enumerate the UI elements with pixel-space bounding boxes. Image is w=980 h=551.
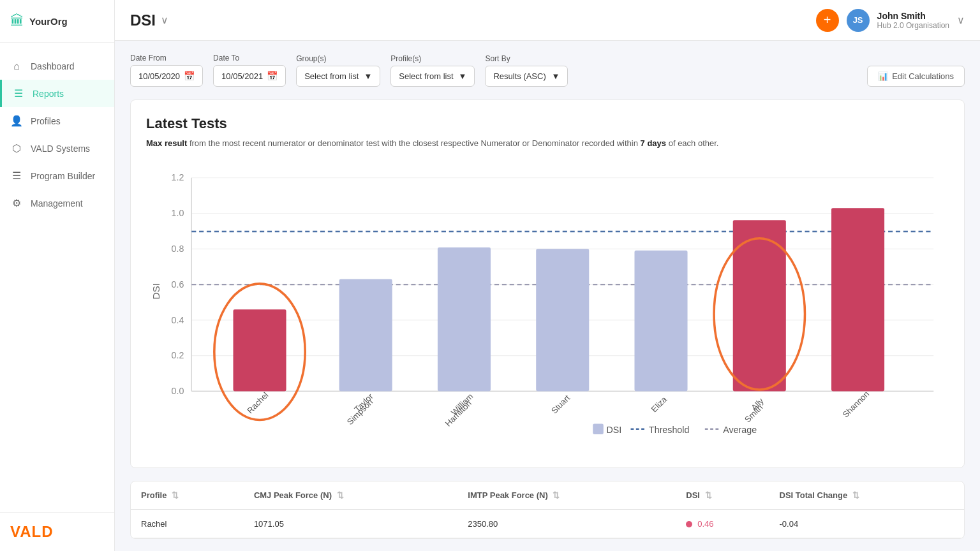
nav-label-dashboard: Dashboard [31,61,75,71]
filters-bar: Date From 10/05/2020 📅 Date To 10/05/202… [130,54,965,87]
edit-calculations-button[interactable]: 📊 Edit Calculations [867,66,965,87]
legend-average-label: Average [723,424,757,434]
cell-dsi: 0.46 [676,510,769,538]
legend-threshold-label: Threshold [649,424,689,434]
date-from-value: 10/05/2020 [138,71,180,81]
svg-text:0.2: 0.2 [172,350,184,360]
user-info: John Smith Hub 2.0 Organisation [877,11,949,30]
date-from-group: Date From 10/05/2020 📅 [130,54,203,87]
sidebar-footer: VALD [0,512,114,551]
svg-text:Shannon: Shannon [841,389,872,420]
edit-calc-icon: 📊 [878,71,888,81]
groups-dropdown-icon: ▼ [364,71,372,81]
data-table: Profile ⇅ CMJ Peak Force (N) ⇅ IMTP Peak… [131,481,964,538]
sidebar-item-profiles[interactable]: 👤 Profiles [0,107,114,135]
profiles-placeholder: Select from list [399,71,453,81]
sidebar-item-vald-systems[interactable]: ⬡ VALD Systems [0,135,114,162]
title-dropdown-icon[interactable]: ∨ [161,14,168,26]
subtitle-end: of each other. [666,138,718,148]
table-row: Rachel 1071.05 2350.80 0.46 -0.04 [131,510,964,538]
data-table-container: Profile ⇅ CMJ Peak Force (N) ⇅ IMTP Peak… [130,481,965,539]
content-area: Date From 10/05/2020 📅 Date To 10/05/202… [115,41,980,551]
dsi-status-dot [686,521,692,527]
chart-title: Latest Tests [146,115,949,132]
bar-stuart [536,249,589,391]
col-dsi-change-label: DSI Total Change [780,490,848,500]
col-profile-label: Profile [141,490,167,500]
sort-by-label: Sort By [485,54,568,63]
profiles-label: Profile(s) [390,54,475,63]
col-header-cmj[interactable]: CMJ Peak Force (N) ⇅ [244,481,457,510]
sort-by-group: Sort By Results (ASC) ▼ [485,54,568,87]
sidebar-item-program-builder[interactable]: ☰ Program Builder [0,162,114,189]
calendar-icon-to: 📅 [267,71,278,81]
legend-dsi-label: DSI [607,424,622,434]
bar-chart-svg: 1.2 1.0 0.8 0.6 0.4 0.2 0.0 DSI [146,163,949,450]
svg-text:1.0: 1.0 [172,208,184,218]
profiles-group: Profile(s) Select from list ▼ [390,54,475,87]
nav-icon-dashboard: ⌂ [10,61,23,72]
col-header-imtp[interactable]: IMTP Peak Force (N) ⇅ [457,481,676,510]
sidebar-logo: 🏛 YourOrg [0,0,114,43]
user-avatar: JS [847,9,870,32]
sort-icon-dsi: ⇅ [705,490,712,500]
groups-group: Group(s) Select from list ▼ [296,54,380,87]
col-header-dsi-change[interactable]: DSI Total Change ⇅ [769,481,964,510]
sidebar: 🏛 YourOrg ⌂ Dashboard☰ Reports👤 Profiles… [0,0,115,551]
bar-william [438,247,491,390]
date-from-input[interactable]: 10/05/2020 📅 [130,65,203,87]
vald-logo: VALD [10,523,104,541]
svg-text:1.2: 1.2 [172,172,184,182]
cell-cmj: 1071.05 [244,510,457,538]
sidebar-item-reports[interactable]: ☰ Reports [0,80,114,107]
profiles-select[interactable]: Select from list ▼ [390,66,475,87]
svg-text:Rachel: Rachel [245,390,270,415]
sort-icon-imtp: ⇅ [553,490,560,500]
bar-eliza [634,250,687,391]
col-header-dsi[interactable]: DSI ⇅ [676,481,769,510]
logo-text: YourOrg [29,16,68,27]
nav-label-vald-systems: VALD Systems [31,143,90,154]
groups-label: Group(s) [296,54,380,63]
groups-select[interactable]: Select from list ▼ [296,66,380,87]
user-org: Hub 2.0 Organisation [877,21,949,30]
sort-by-dropdown-icon: ▼ [552,71,560,81]
bar-rachel [233,309,286,391]
subtitle-text: from the most recent numerator or denomi… [187,138,640,148]
add-button[interactable]: + [816,9,839,32]
logo-icon: 🏛 [10,13,24,29]
sidebar-nav: ⌂ Dashboard☰ Reports👤 Profiles⬡ VALD Sys… [0,48,114,512]
sort-by-value: Results (ASC) [493,71,546,81]
svg-text:0.6: 0.6 [172,279,184,289]
nav-icon-vald-systems: ⬡ [10,142,23,154]
sidebar-item-management[interactable]: ⚙ Management [0,189,114,217]
col-imtp-label: IMTP Peak Force (N) [468,490,547,500]
date-from-label: Date From [130,54,203,62]
col-header-profile[interactable]: Profile ⇅ [131,481,244,510]
date-to-input[interactable]: 10/05/2021 📅 [213,65,286,87]
header-right: + JS John Smith Hub 2.0 Organisation ∨ [816,9,965,32]
user-name: John Smith [877,11,949,21]
nav-label-program-builder: Program Builder [31,171,95,181]
header-left: DSI ∨ [130,11,168,29]
cell-imtp: 2350.80 [457,510,676,538]
sort-icon-profile: ⇅ [172,490,179,500]
dsi-value: 0.46 [697,519,713,529]
profiles-dropdown-icon: ▼ [459,71,467,81]
app-header: DSI ∨ + JS John Smith Hub 2.0 Organisati… [115,0,980,41]
page-title: DSI [130,11,156,29]
date-to-label: Date To [213,54,286,62]
col-dsi-label: DSI [686,490,700,500]
sort-by-select[interactable]: Results (ASC) ▼ [485,66,568,87]
svg-text:0.4: 0.4 [172,314,184,325]
col-cmj-label: CMJ Peak Force (N) [254,490,332,500]
chart-container: 1.2 1.0 0.8 0.6 0.4 0.2 0.0 DSI [146,163,949,453]
sidebar-item-dashboard[interactable]: ⌂ Dashboard [0,53,114,80]
user-dropdown-icon[interactable]: ∨ [957,14,965,26]
nav-icon-management: ⚙ [10,197,23,209]
nav-label-reports: Reports [33,89,64,99]
date-to-group: Date To 10/05/2021 📅 [213,54,286,87]
svg-text:0.8: 0.8 [172,244,184,254]
sort-icon-dsi-change: ⇅ [852,490,859,500]
svg-text:0.0: 0.0 [172,386,184,396]
